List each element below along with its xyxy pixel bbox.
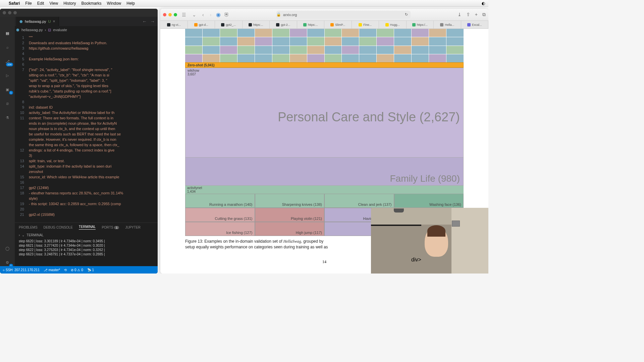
treemap-cell: Clean and jerk (137) [324,194,394,208]
browser-tab[interactable]: gpt-d... [188,21,215,28]
tab-filename: hellaswag.py [25,19,46,23]
terminal-label: TERMINAL [26,233,44,237]
favicon-icon [440,23,443,26]
nav-back-icon[interactable]: ← [142,19,147,24]
breadcrumb-symbol: evaluate [53,28,67,32]
testing-icon[interactable]: ⚗ [4,114,11,121]
favicon-icon [221,23,224,26]
personal-care-cell: Personal Care and Style (2,627) [185,77,463,157]
favicon-icon [167,23,170,26]
terminal-output[interactable]: step 6620 | loss: 3.301189 | lr 4.7348e-… [15,238,158,257]
breadcrumb[interactable]: ⬣ hellaswag.py › ⊡ evaluate [0,26,158,34]
treemap-cell: High jump (117) [255,222,325,236]
favicon-icon [276,23,279,26]
browser-tab[interactable]: Fine... [352,21,379,28]
bottom-panel: PROBLEMS DEBUG CONSOLE TERMINAL PORTS 1 … [15,223,158,266]
treemap-cell: Sharpening knives (138) [255,194,325,208]
menu-window[interactable]: Window [107,1,121,6]
tabs-overview-icon[interactable]: ⧉ [482,12,486,17]
panel-tab-debug[interactable]: DEBUG CONSOLE [44,226,73,229]
safari-toolbar: ☰ ⌄ ‹ › ◉ ⛨ 🔒 arxiv.org ↻ ⤓ ⇪ + ⧉ [160,9,488,21]
traffic-lights[interactable] [163,13,177,16]
vscode-titlebar [0,9,158,17]
favicon-icon [467,23,471,26]
macos-menubar: Safari File Edit View History Bookmarks … [0,0,488,7]
favicon-icon [359,23,362,26]
treemap-cell: Washing face (136) [394,194,464,208]
menu-bookmarks[interactable]: Bookmarks [82,1,102,6]
browser-tab[interactable]: gpt-2... [270,21,297,28]
wikihow-block: wikihow3,607 Personal Care and Style (2,… [185,68,464,186]
nav-forward-icon[interactable]: → [150,19,155,24]
menu-history[interactable]: History [63,1,76,6]
run-debug-icon[interactable]: ▷ [4,72,11,79]
treemap-top [185,29,464,62]
extensions-icon[interactable]: ▣1 [4,86,11,93]
favicon-icon [194,23,198,26]
breadcrumb-file: hellaswag.py [21,28,43,32]
line-gutter: 1234567 891011 12 1314 15161718 192021 [15,34,27,223]
close-tab-icon[interactable]: × [53,19,55,24]
browser-tab[interactable]: https:... [297,21,325,28]
vscode-window: ← → ▤ ⌕ ⎇106 ▷ ▣1 ⎚ ⚗ ◯ ⚙1 ⬣ hellaswag.p… [0,9,158,274]
treemap-cell: Playing violin (121) [255,208,325,222]
browser-tab[interactable]: Excal... [461,21,489,28]
source-control-icon[interactable]: ⎇106 [4,58,11,65]
status-branch[interactable]: ⎇ master* [44,268,60,272]
share-icon[interactable]: ⇪ [466,12,470,17]
url-text: arxiv.org [283,13,297,17]
browser-tab[interactable]: gpt2_... [215,21,243,28]
tab-git-marker: U [48,19,51,23]
back-button[interactable]: ‹ [201,12,205,17]
menubar-app-name[interactable]: Safari [9,1,20,6]
favicon-icon [303,23,307,26]
browser-tab[interactable]: Hugg... [379,21,407,28]
status-icon[interactable]: ◐ [482,1,485,6]
sidebar-icon[interactable]: ☰ [180,12,187,17]
favicon-icon [330,23,334,26]
lock-icon: 🔒 [276,12,281,17]
status-ports[interactable]: 📡 1 [87,268,94,272]
chevron-down-icon[interactable]: ⌄ [22,233,24,237]
browser-tab[interactable]: https:/... [407,21,434,28]
panel-tab-jupyter[interactable]: JUPYTER [125,226,141,229]
settings-gear-icon[interactable]: ⚙1 [4,259,11,266]
explorer-icon[interactable]: ▤ [4,29,11,37]
code-editor[interactable]: 1234567 891011 12 1314 15161718 192021 "… [15,34,158,223]
code-content: """Downloads and evaluates HellaSwag in … [27,34,158,223]
status-sync-icon[interactable]: ⟲ [64,268,67,272]
webcam-overlay: div> [371,208,488,274]
treemap-cell: Ice fishing (127) [185,222,255,236]
editor-tabs: ⬣ hellaswag.py U × [0,17,158,26]
panel-tab-problems[interactable]: PROBLEMS [19,226,38,229]
panel-tab-terminal[interactable]: TERMINAL [79,225,96,230]
zeroshot-header: Zero-shot (5,041) [185,62,464,68]
menu-help[interactable]: Help [126,1,135,6]
menu-view[interactable]: View [49,1,58,6]
status-ssh[interactable]: ⟐ SSH: 207.211.170.211 [3,268,40,272]
shield-icon[interactable]: ◉ [216,11,221,18]
menu-edit[interactable]: Edit [37,1,44,6]
browser-tab[interactable]: Hella... [434,21,461,28]
panel-tab-ports[interactable]: PORTS 1 [102,226,119,229]
download-icon[interactable]: ⤓ [458,12,462,17]
privacy-icon[interactable]: ⛨ [224,12,229,18]
remote-icon[interactable]: ⎚ [4,100,11,107]
status-errors[interactable]: ⊘ 0 ⚠ 0 [71,268,83,272]
safari-tabstrip: ng-vi...gpt-d...gpt2_...https:...gpt-2..… [160,21,488,29]
search-icon[interactable]: ⌕ [4,44,11,51]
chevron-down-icon[interactable]: ⌄ [191,12,198,17]
browser-tab[interactable]: SlimP... [324,21,352,28]
menu-file[interactable]: File [25,1,32,6]
reload-icon[interactable]: ↻ [405,12,411,17]
editor-tab-hellaswag[interactable]: ⬣ hellaswag.py U × [16,17,59,26]
chevron-right-icon[interactable]: › [19,233,20,237]
accounts-icon[interactable]: ◯ [4,245,11,252]
traffic-lights[interactable] [3,11,17,14]
favicon-icon [412,23,416,26]
forward-button[interactable]: › [209,12,213,17]
url-bar[interactable]: 🔒 arxiv.org ↻ [276,11,411,19]
browser-tab[interactable]: ng-vi... [160,21,188,28]
new-tab-icon[interactable]: + [475,12,478,17]
browser-tab[interactable]: https:... [243,21,270,28]
